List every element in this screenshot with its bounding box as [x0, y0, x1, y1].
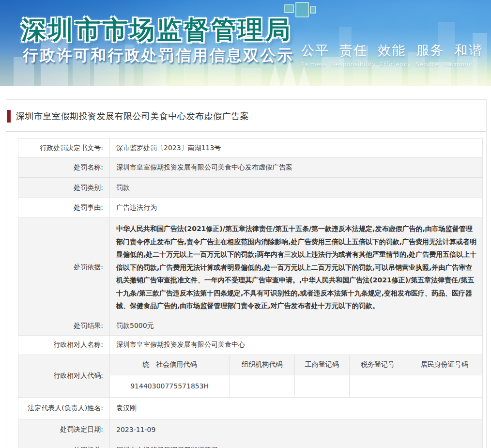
title-divider	[6, 131, 486, 132]
slogan-english: Faimess Responsibility Efficiency Servic…	[301, 61, 483, 68]
content-panel: 深圳市皇室假期投资发展有限公司美食中心发布虚假广告案 行政处罚决定书文号: 深市…	[6, 99, 487, 448]
row-label: 处罚结果:	[18, 317, 110, 335]
row-value: 深圳市皇室假期投资发展有限公司美食中心发布虚假广告案	[110, 158, 482, 177]
site-title: 深圳市市场监督管理局	[21, 14, 292, 47]
row-label: 处罚名称:	[18, 158, 110, 177]
row-value: 中华人民共和国广告法(2021修正)/第五章法律责任/第五十五条/第一款违反本法…	[110, 218, 482, 317]
row-value: 2023-11-09	[110, 419, 482, 440]
title-marker-bar	[7, 110, 11, 123]
row-label: 处罚类别:	[18, 178, 110, 198]
row-value: 深圳市市场监督管理局罗湖监管局	[110, 440, 482, 448]
table-row-penalty-name: 处罚名称: 深圳市皇室假期投资发展有限公司美食中心发布虚假广告案	[18, 157, 482, 177]
table-row-legal-representative: 法定代表人(负责人)姓名: 袁汉刚	[18, 397, 482, 419]
row-value: 深市监罗处罚〔2023〕南湖113号	[110, 139, 482, 157]
table-row-decision-number: 行政处罚决定书文号: 深市监罗处罚〔2023〕南湖113号	[18, 139, 482, 157]
table-row-party-codes: 行政相对人代码: 统一社会信用代码 组织机构代码 工商登记码 税务登记号 居民身…	[18, 355, 482, 397]
party-codes-header-row: 统一社会信用代码 组织机构代码 工商登记码 税务登记号 居民身份证号码	[110, 355, 482, 375]
page: 深圳市市场监督管理局 行政许可和行政处罚信用信息双公示 公平 责任 效能 服务 …	[0, 0, 491, 448]
code-value-business	[294, 375, 349, 397]
row-label: 行政处罚决定书文号:	[18, 139, 110, 157]
site-banner: 深圳市市场监督管理局 行政许可和行政处罚信用信息双公示 公平 责任 效能 服务 …	[0, 0, 491, 86]
case-title-row: 深圳市皇室假期投资发展有限公司美食中心发布虚假广告案	[7, 109, 486, 123]
code-header-id: 居民身份证号码	[406, 355, 482, 375]
code-header-tax: 税务登记号	[349, 355, 406, 375]
row-label: 处罚事由:	[18, 198, 110, 217]
slogan-chinese: 公平 责任 效能 服务 和谐	[301, 42, 483, 59]
table-row-decision-date: 处罚决定日期: 2023-11-09	[18, 419, 482, 440]
code-header-org: 组织机构代码	[229, 355, 294, 375]
table-row-party-name: 行政相对人名称: 深圳市皇室假期投资发展有限公司美食中心	[18, 335, 482, 355]
code-value-org	[229, 375, 294, 397]
code-header-credit: 统一社会信用代码	[110, 355, 229, 375]
page-title: 深圳市皇室假期投资发展有限公司美食中心发布虚假广告案	[16, 110, 249, 122]
code-value-tax	[349, 375, 406, 397]
row-label: 法定代表人(负责人)姓名:	[18, 398, 110, 419]
row-value: 深圳市皇室假期投资发展有限公司美食中心	[110, 336, 482, 355]
table-row-penalty-category: 处罚类别: 罚款	[18, 177, 482, 198]
row-value: 广告违法行为	[110, 198, 482, 217]
table-row-penalty-reason: 处罚事由: 广告违法行为	[18, 198, 482, 217]
party-codes-table: 统一社会信用代码 组织机构代码 工商登记码 税务登记号 居民身份证号码 9144…	[110, 355, 482, 397]
code-value-credit: 91440300775571853H	[110, 375, 229, 397]
row-label: 处罚机关:	[18, 440, 110, 448]
row-value: 罚款	[110, 178, 482, 198]
row-label: 处罚依据:	[18, 218, 110, 317]
row-value: 罚款5000元	[110, 317, 482, 335]
table-row-penalty-basis: 处罚依据: 中华人民共和国广告法(2021修正)/第五章法律责任/第五十五条/第…	[18, 217, 482, 317]
row-label: 行政相对人代码:	[18, 355, 110, 397]
site-subtitle: 行政许可和行政处罚信用信息双公示	[23, 45, 294, 66]
code-header-business: 工商登记码	[294, 355, 349, 375]
code-value-id	[406, 375, 482, 397]
table-row-penalty-authority: 处罚机关: 深圳市市场监督管理局罗湖监管局	[18, 440, 482, 448]
row-value: 袁汉刚	[110, 398, 482, 419]
table-row-penalty-result: 处罚结果: 罚款5000元	[18, 317, 482, 335]
row-label: 行政相对人名称:	[18, 336, 110, 355]
party-codes-value-row: 91440300775571853H	[110, 375, 482, 397]
row-label: 处罚决定日期:	[18, 419, 110, 440]
slogan: 公平 责任 效能 服务 和谐 Faimess Responsibility Ef…	[301, 42, 483, 68]
penalty-info-table: 行政处罚决定书文号: 深市监罗处罚〔2023〕南湖113号 处罚名称: 深圳市皇…	[18, 138, 483, 448]
